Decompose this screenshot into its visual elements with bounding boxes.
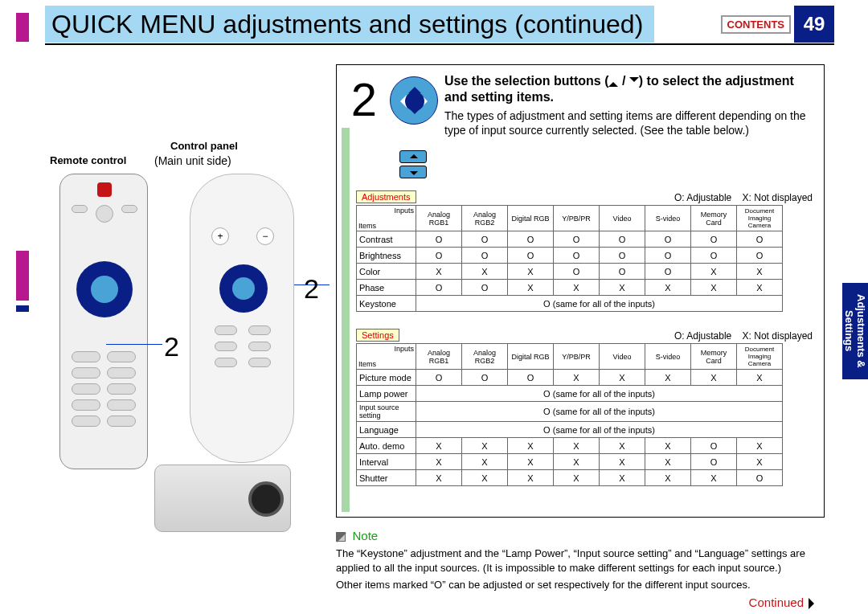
- remote-dpad: [76, 261, 133, 317]
- step-callout: 2: [304, 273, 319, 305]
- page-number: 49: [794, 6, 834, 43]
- legend-adjustable: O: Adjustable: [674, 330, 731, 342]
- main-unit-side-label: (Main unit side): [154, 154, 231, 167]
- note-text-2: Other items marked “O” can be adjusted o…: [336, 578, 825, 592]
- adjustments-tab: Adjustments: [356, 190, 416, 203]
- dpad-icon: [390, 76, 438, 125]
- projector-illustration: [154, 465, 291, 532]
- step-heading-before: Use the selection buttons (: [444, 74, 608, 88]
- step-panel: 2 Use the selection buttons ( / ) to sel…: [336, 64, 825, 518]
- page-body: Remote control Control panel (Main unit …: [45, 50, 834, 609]
- rail-marker: [16, 251, 29, 301]
- settings-table: ItemsInputsAnalog RGB1Analog RGB2Digital…: [356, 343, 783, 486]
- panel-dpad: [219, 264, 268, 313]
- up-down-buttons-icon: [399, 150, 427, 181]
- legend: O: Adjustable X: Not displayed: [674, 330, 813, 342]
- step-description: The types of adjustment and setting item…: [444, 108, 816, 137]
- note-label: Note: [352, 529, 378, 542]
- legend-not-displayed: X: Not displayed: [743, 330, 813, 342]
- adjustments-table: ItemsInputsAnalog RGB1Analog RGB2Digital…: [356, 205, 783, 312]
- minus-button: −: [256, 227, 274, 245]
- down-arrow-icon: [629, 77, 639, 87]
- note-block: Note The “Keystone” adjustment and the “…: [336, 529, 825, 592]
- contents-button[interactable]: CONTENTS: [721, 15, 792, 34]
- note-text-1: The “Keystone” adjustment and the “Lamp …: [336, 546, 825, 575]
- page-title: QUICK MENU adjustments and settings (con…: [45, 6, 654, 43]
- remote-top-buttons: [72, 205, 137, 223]
- projector-lens: [248, 481, 284, 517]
- continued-label: Continued: [749, 596, 820, 609]
- section-tab: Adjustments & Settings: [842, 283, 868, 379]
- callout-line: [106, 344, 162, 376]
- left-rail: [10, 5, 35, 609]
- control-panel-illustration: + −: [190, 174, 294, 463]
- remote-lamp: [97, 182, 112, 197]
- control-panel-label: Control panel: [170, 140, 238, 152]
- step-number: 2: [342, 70, 387, 128]
- remote-diagram: Remote control Control panel (Main unit …: [50, 154, 334, 530]
- up-arrow-icon: [608, 77, 618, 87]
- page-header: QUICK MENU adjustments and settings (con…: [45, 5, 834, 45]
- rail-marker: [16, 13, 29, 42]
- continued-arrow-icon: [809, 598, 820, 609]
- plus-button: +: [211, 227, 229, 245]
- legend-adjustable: O: Adjustable: [674, 192, 731, 203]
- step-accent-bar: [342, 70, 350, 512]
- legend-not-displayed: X: Not displayed: [743, 192, 813, 203]
- step-heading: Use the selection buttons ( / ) to selec…: [444, 73, 816, 105]
- step-callout: 2: [164, 331, 179, 362]
- remote-illustration: [59, 174, 148, 469]
- settings-tab: Settings: [356, 329, 399, 342]
- remote-control-label: Remote control: [50, 154, 126, 166]
- note-icon: [336, 532, 346, 542]
- legend: O: Adjustable X: Not displayed: [674, 192, 813, 203]
- rail-marker: [16, 305, 29, 312]
